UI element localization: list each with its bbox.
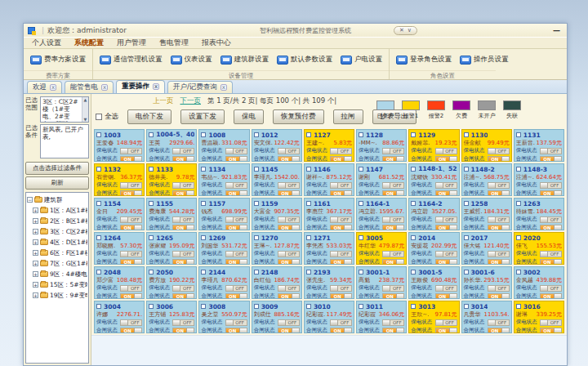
protect-status-toggle[interactable]: OFF bbox=[540, 148, 562, 154]
card-checkbox[interactable] bbox=[149, 167, 154, 172]
meter-card[interactable]: 1131 王薪音. 137.59元 保电状态 OFF bbox=[514, 129, 564, 162]
toolbar-button[interactable]: 电价下发 bbox=[127, 109, 172, 124]
card-checkbox[interactable] bbox=[516, 235, 521, 240]
switch-status-toggle[interactable]: ON bbox=[172, 328, 194, 334]
tree-item[interactable]: + 7区：G区1#楼 bbox=[27, 258, 87, 269]
protect-status-toggle[interactable]: OFF bbox=[278, 319, 300, 326]
pick-filter-conditions-button[interactable]: 点击选择过滤条件 bbox=[25, 162, 89, 175]
select-all-control[interactable]: 全选 bbox=[96, 112, 118, 122]
switch-status-toggle[interactable]: ON bbox=[488, 190, 510, 197]
collapse-icon[interactable]: − bbox=[27, 197, 33, 203]
protect-status-toggle[interactable]: OFF bbox=[488, 148, 510, 154]
protect-status-toggle[interactable]: OFF bbox=[330, 182, 352, 189]
switch-status-toggle[interactable]: ON bbox=[278, 190, 300, 197]
prev-page-link[interactable]: 上一页 bbox=[153, 96, 174, 106]
scrollbar[interactable]: ▲▼ bbox=[82, 97, 88, 122]
meter-settings-button[interactable]: 仪表设置 bbox=[171, 55, 212, 65]
card-checkbox[interactable] bbox=[201, 201, 206, 206]
protect-status-toggle[interactable]: OFF bbox=[540, 251, 562, 257]
card-checkbox[interactable] bbox=[464, 235, 469, 240]
protect-status-toggle[interactable]: OFF bbox=[120, 148, 142, 154]
meter-card[interactable]: 1147 谢刚 681.52元 保电状态 OFF bbox=[356, 163, 407, 196]
meter-card[interactable]: 3006 王方铺 125.83元 保电状态 OFF bbox=[146, 301, 197, 333]
building-tree[interactable]: − 建筑群 + 1区：A区1#楼 + bbox=[25, 192, 89, 364]
meter-card[interactable]: 1134 韦品~. 921.83元 保电状态 OFF bbox=[198, 163, 249, 196]
switch-status-toggle[interactable]: ON bbox=[278, 156, 300, 163]
expand-icon[interactable]: + bbox=[33, 239, 38, 245]
meter-card[interactable]: 1263 待妹雪. 184.45元 保电状态 OFF bbox=[514, 198, 564, 230]
tree-item[interactable]: + 3区：C区2#楼（1# bbox=[27, 226, 87, 237]
meter-card[interactable]: 3009 刘成仕 885.16元 保电状态 OFF bbox=[252, 301, 302, 333]
protect-status-toggle[interactable]: OFF bbox=[278, 285, 300, 292]
toolbar-button[interactable]: 恢复预付费 bbox=[273, 109, 324, 124]
protect-status-toggle[interactable]: OFF bbox=[540, 182, 562, 189]
card-checkbox[interactable] bbox=[96, 167, 101, 172]
tab-energy-sales[interactable]: 能管售电 x bbox=[65, 81, 114, 93]
protect-status-toggle[interactable]: OFF bbox=[540, 319, 562, 326]
protect-status-toggle[interactable]: OFF bbox=[330, 285, 352, 292]
meter-card[interactable]: 1154 金日 209.45元 保电状态 OFF bbox=[94, 198, 145, 230]
protect-status-toggle[interactable]: OFF bbox=[225, 182, 247, 189]
card-checkbox[interactable] bbox=[464, 304, 469, 309]
protect-status-toggle[interactable]: OFF bbox=[382, 182, 404, 189]
meter-card[interactable]: 1127 王建~. 5.83元 保电状态 OFF bbox=[304, 129, 354, 162]
expand-icon[interactable]: + bbox=[33, 271, 38, 277]
toolbar-button[interactable]: 保电 bbox=[234, 109, 264, 124]
meter-card[interactable]: 1129 戴娅菲. 19.23元 保电状态 OFF bbox=[408, 129, 459, 162]
protect-status-toggle[interactable]: OFF bbox=[488, 319, 510, 326]
switch-status-toggle[interactable]: ON bbox=[120, 328, 142, 334]
protect-status-toggle[interactable]: OFF bbox=[225, 319, 247, 326]
expand-icon[interactable]: + bbox=[33, 282, 38, 288]
protect-status-toggle[interactable]: OFF bbox=[540, 285, 562, 292]
meter-card[interactable]: 2020 佳飞 155.53元 保电状态 OFF bbox=[514, 232, 564, 265]
meter-card[interactable]: 1164-2 冯立碧 3527.05. 保电状态 OFF bbox=[408, 198, 459, 230]
switch-status-toggle[interactable]: ON bbox=[330, 328, 352, 334]
tree-item[interactable]: + 6区：F区1#楼（F区 bbox=[27, 248, 87, 258]
meter-card[interactable]: 1004-5、40… 王英 2929.66. 保电状态 OFF bbox=[146, 129, 197, 162]
card-checkbox[interactable] bbox=[254, 270, 259, 274]
protect-status-toggle[interactable]: OFF bbox=[120, 216, 142, 223]
protect-status-toggle[interactable]: OFF bbox=[172, 216, 194, 223]
meter-card[interactable]: 3002 金风越 439.88元 保电状态 OFF bbox=[514, 266, 564, 299]
building-group-settings-button[interactable]: 建筑群设置 bbox=[220, 55, 270, 65]
protect-status-toggle[interactable]: OFF bbox=[435, 182, 457, 189]
close-icon[interactable]: ✕ bbox=[399, 27, 404, 33]
card-checkbox[interactable] bbox=[306, 167, 311, 172]
meter-card[interactable]: 1148-1、522 沈耀铁 330.41元 保电状态 OFF bbox=[408, 163, 459, 196]
protect-status-toggle[interactable]: OFF bbox=[330, 216, 352, 223]
protect-status-toggle[interactable]: OFF bbox=[488, 216, 510, 223]
card-checkbox[interactable] bbox=[201, 235, 206, 240]
protect-status-toggle[interactable]: OFF bbox=[435, 251, 457, 257]
meter-card[interactable]: 3001-5 王殿俊 690.48元 保电状态 OFF bbox=[408, 266, 459, 299]
card-checkbox[interactable] bbox=[254, 235, 259, 240]
toolbar-button[interactable]: 设置下发 bbox=[180, 109, 225, 124]
meter-card[interactable]: 2148 白红仙 186.74元 保电状态 OFF bbox=[252, 266, 302, 299]
meter-card[interactable]: 1128 -MM~. 88.86元 保电状态 OFF bbox=[356, 129, 407, 162]
protect-status-toggle[interactable]: OFF bbox=[225, 251, 247, 257]
card-checkbox[interactable] bbox=[254, 201, 259, 206]
select-all-checkbox[interactable] bbox=[96, 114, 102, 120]
switch-status-toggle[interactable]: ON bbox=[120, 156, 142, 163]
meter-card[interactable]: 1148-2 注浦~. 568.75元 保电状态 OFF bbox=[461, 163, 512, 196]
menu-item-sales[interactable]: 售电管理 bbox=[159, 38, 189, 48]
switch-status-toggle[interactable]: ON bbox=[435, 190, 457, 197]
meter-card[interactable]: 2050 费方放 190.22元 保电状态 OFF bbox=[146, 266, 197, 299]
arrow-down-icon[interactable]: ▼ bbox=[82, 117, 88, 122]
menu-item-system[interactable]: 系统配置 bbox=[74, 38, 104, 48]
card-checkbox[interactable] bbox=[96, 304, 101, 309]
card-checkbox[interactable] bbox=[149, 201, 154, 206]
protect-status-toggle[interactable]: OFF bbox=[435, 319, 457, 326]
meter-card[interactable]: 3011 纪彩霞 346.06元 保电状态 OFF bbox=[356, 301, 407, 333]
meter-card[interactable]: 1159 大富金 907.35元 保电状态 OFF bbox=[252, 198, 302, 230]
card-checkbox[interactable] bbox=[149, 132, 154, 137]
default-params-settings-button[interactable]: 默认参数设置 bbox=[277, 55, 332, 65]
chevron-down-icon[interactable]: ∨ bbox=[408, 27, 412, 33]
meter-card[interactable]: 1258 王威哲. 184.31元 保电状态 OFF bbox=[461, 198, 512, 230]
card-checkbox[interactable] bbox=[516, 270, 521, 274]
switch-status-toggle[interactable]: ON bbox=[120, 190, 142, 197]
selected-range-listbox[interactable]: 3区：C区2#楼（1#变电、2#变电、C区1… ▲▼ bbox=[40, 96, 89, 123]
protect-status-toggle[interactable]: OFF bbox=[435, 216, 457, 223]
next-page-link[interactable]: 下一页 bbox=[180, 96, 202, 106]
card-checkbox[interactable] bbox=[411, 132, 416, 137]
expand-icon[interactable]: + bbox=[33, 250, 38, 256]
